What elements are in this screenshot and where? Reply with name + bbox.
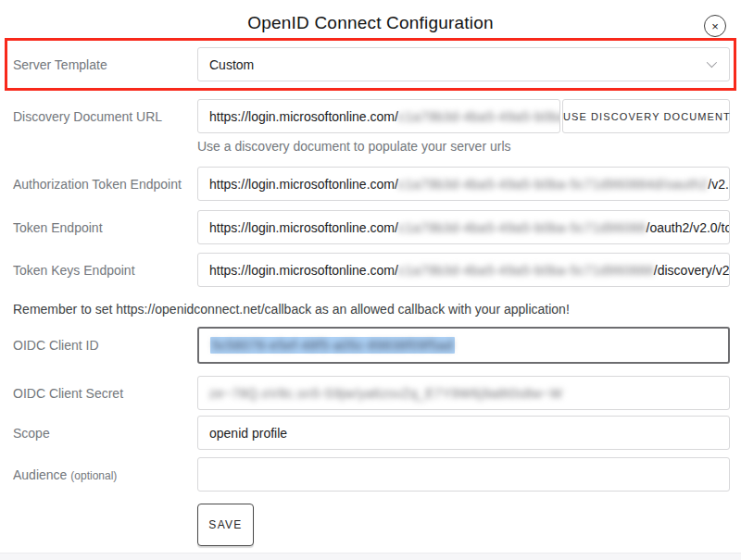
server-template-row: Server Template Custom <box>7 47 734 81</box>
authorization-endpoint-suffix: /v2.0/authorize <box>708 177 730 192</box>
discovery-helper-text: Use a discovery document to populate you… <box>0 139 741 154</box>
server-template-label: Server Template <box>13 57 197 72</box>
close-button[interactable]: × <box>704 15 726 37</box>
token-keys-endpoint-prefix: https://login.microsoftonline.com/ <box>209 263 398 278</box>
client-id-redacted: 5c58076-e5ef-48f5-a05c-89838f09f5ad <box>212 338 453 353</box>
discovery-url-input[interactable]: https://login.microsoftonline.com/c1a79b… <box>197 99 560 133</box>
scope-row: Scope <box>0 416 741 450</box>
client-secret-redacted: ze~78Q.oV8c.sn5-S9jw/ya6zsvZq_E7Y9W6j9a8… <box>209 386 562 401</box>
audience-label: Audience (optional) <box>13 467 197 482</box>
audience-input[interactable] <box>197 457 730 492</box>
chevron-down-icon <box>707 57 717 68</box>
token-endpoint-prefix: https://login.microsoftonline.com/ <box>209 220 398 235</box>
client-id-row: OIDC Client ID 5c58076-e5ef-48f5-a05c-89… <box>0 327 741 364</box>
page-title: OpenID Connect Configuration <box>0 13 741 33</box>
modal-header: OpenID Connect Configuration × <box>0 0 741 33</box>
token-keys-endpoint-label: Token Keys Endpoint <box>13 263 197 278</box>
client-secret-row: OIDC Client Secret ze~78Q.oV8c.sn5-S9jw/… <box>0 376 741 410</box>
token-keys-endpoint-input[interactable]: https://login.microsoftonline.com/c1a79b… <box>197 253 730 287</box>
client-secret-input[interactable]: ze~78Q.oV8c.sn5-S9jw/ya6zsvZq_E7Y9W6j9a8… <box>197 376 730 410</box>
authorization-endpoint-label: Authorization Token Endpoint <box>13 177 197 192</box>
client-id-selection: 5c58076-e5ef-48f5-a05c-89838f09f5ad <box>210 337 455 354</box>
authorization-endpoint-redacted: c1a79b3d-4ba5-49a5-b0ba-5c71d960884d/oau… <box>398 177 708 192</box>
client-id-label: OIDC Client ID <box>13 338 197 353</box>
authorization-endpoint-input[interactable]: https://login.microsoftonline.com/c1a79b… <box>197 167 730 201</box>
token-keys-endpoint-row: Token Keys Endpoint https://login.micros… <box>0 253 741 287</box>
scope-input[interactable] <box>197 416 730 450</box>
save-button[interactable]: SAVE <box>197 504 254 546</box>
token-endpoint-label: Token Endpoint <box>13 220 197 235</box>
token-endpoint-row: Token Endpoint https://login.microsofton… <box>0 210 741 244</box>
client-id-input[interactable]: 5c58076-e5ef-48f5-a05c-89838f09f5ad <box>197 327 730 364</box>
audience-row: Audience (optional) <box>0 457 741 492</box>
token-keys-endpoint-redacted: c1a79b3d-4ba5-49a5-b0ba-5c71d960888 <box>398 263 654 278</box>
page-background-strip <box>0 553 741 560</box>
authorization-endpoint-row: Authorization Token Endpoint https://log… <box>0 167 741 201</box>
server-template-selected-value: Custom <box>209 57 254 72</box>
authorization-endpoint-prefix: https://login.microsoftonline.com/ <box>209 177 398 192</box>
audience-optional-text: (optional) <box>70 469 117 482</box>
token-endpoint-input[interactable]: https://login.microsoftonline.com/c1a79b… <box>197 210 730 244</box>
token-endpoint-redacted: c1a79b3d-4ba5-49a5-b0ba-5c71d96088 <box>398 220 647 235</box>
discovery-url-label: Discovery Document URL <box>13 109 197 124</box>
use-discovery-document-button[interactable]: USE DISCOVERY DOCUMENT <box>562 99 730 133</box>
client-secret-label: OIDC Client Secret <box>13 386 197 401</box>
audience-label-text: Audience <box>13 467 67 482</box>
discovery-url-prefix: https://login.microsoftonline.com/ <box>209 109 398 124</box>
scope-label: Scope <box>13 426 197 441</box>
annotation-red-box: Server Template Custom <box>5 38 736 91</box>
token-endpoint-suffix: /oauth2/v2.0/token <box>647 220 730 235</box>
server-template-select[interactable]: Custom <box>197 47 730 81</box>
discovery-url-redacted: c1a79b3d-4ba5-49a5-b0ba-5c71d <box>398 109 560 124</box>
discovery-url-row: Discovery Document URL https://login.mic… <box>0 99 741 133</box>
token-keys-endpoint-suffix: /discovery/v2.0/keys <box>654 263 730 278</box>
close-icon: × <box>711 20 719 32</box>
callback-note: Remember to set https://openidconnect.ne… <box>0 302 741 317</box>
